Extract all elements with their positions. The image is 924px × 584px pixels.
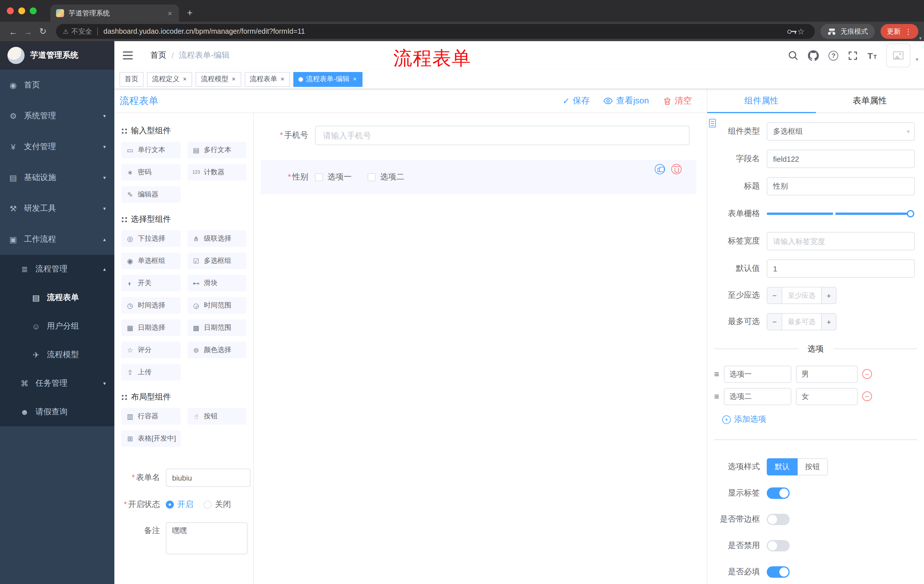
tag-close-icon[interactable]: × xyxy=(182,76,187,83)
tag-close-icon[interactable]: × xyxy=(280,76,285,83)
close-window-button[interactable] xyxy=(7,7,14,14)
palette-item-password[interactable]: ∗密码 xyxy=(121,164,180,181)
new-tab-button[interactable]: + xyxy=(187,7,193,19)
disabled-toggle[interactable] xyxy=(767,540,790,551)
palette-item-table[interactable]: ⊞表格[开发中] xyxy=(121,430,180,447)
github-icon[interactable] xyxy=(808,50,819,61)
minimize-window-button[interactable] xyxy=(18,7,25,14)
title-input[interactable] xyxy=(767,177,915,196)
style-default-button[interactable]: 默认 xyxy=(767,458,798,475)
option-2-value-input[interactable] xyxy=(796,388,858,405)
sidebar-item-task-manage[interactable]: ⌘ 任务管理 ▾ xyxy=(0,369,114,398)
palette-item-row-container[interactable]: ▥行容器 xyxy=(121,408,180,424)
palette-item-counter[interactable]: 123计数器 xyxy=(187,164,246,181)
label-width-input[interactable] xyxy=(767,232,915,250)
palette-item-button[interactable]: ☝按钮 xyxy=(187,408,246,424)
palette-item-date-range[interactable]: ▩日期范围 xyxy=(187,319,246,336)
palette-item-textarea[interactable]: ▤多行文本 xyxy=(187,142,246,158)
option-1-value-input[interactable] xyxy=(796,365,858,383)
avatar[interactable] xyxy=(886,43,911,67)
sidebar-item-process-form[interactable]: ▤ 流程表单 xyxy=(0,283,114,312)
user-caret-icon[interactable]: ▾ xyxy=(916,57,918,62)
palette-item-slider[interactable]: ⊷滑块 xyxy=(187,275,246,291)
browser-menu-icon[interactable]: ⋮ xyxy=(904,27,912,36)
option-1-name-input[interactable] xyxy=(724,365,791,383)
font-size-icon[interactable]: TT xyxy=(867,51,877,60)
remove-option-button[interactable]: − xyxy=(862,392,872,401)
palette-item-single-text[interactable]: ▭单行文本 xyxy=(121,142,180,158)
toolbar-chevron-icon[interactable]: ▾ xyxy=(919,35,922,41)
palette-item-editor[interactable]: ✎编辑器 xyxy=(121,186,180,203)
palette-item-rate[interactable]: ☆评分 xyxy=(121,342,180,358)
palette-item-time-picker[interactable]: ◷时间选择 xyxy=(121,297,180,314)
sidebar-item-devtools[interactable]: ⚒ 研发工具 ▾ xyxy=(0,193,114,224)
increment-button[interactable]: + xyxy=(821,314,836,330)
phone-field-row[interactable]: *手机号 xyxy=(261,126,707,145)
copy-component-button[interactable] xyxy=(655,164,665,174)
sidebar-item-leave-query[interactable]: ☻ 请假查询 xyxy=(0,398,114,426)
sidebar-item-workflow[interactable]: ▣ 工作流程 ▴ xyxy=(0,224,114,255)
fullscreen-icon[interactable] xyxy=(848,51,858,60)
status-on-radio[interactable]: 开启 xyxy=(166,499,193,510)
clear-button[interactable]: 清空 xyxy=(663,95,692,106)
update-button[interactable]: 更新 ⋮ xyxy=(881,24,918,39)
form-remark-textarea[interactable]: 嘿嘿 xyxy=(166,522,248,554)
sidebar-item-infra[interactable]: ▤ 基础设施 ▾ xyxy=(0,162,114,193)
tag-process-form[interactable]: 流程表单 × xyxy=(245,72,290,87)
address-bar[interactable]: ⚠ 不安全 dashboard.yudao.iocoder.cn/bpm/man… xyxy=(56,24,815,39)
palette-item-upload[interactable]: ⇧上传 xyxy=(121,364,180,380)
password-key-icon[interactable] xyxy=(788,30,792,33)
tag-process-form-edit[interactable]: 流程表单-编辑 × xyxy=(294,72,363,87)
option-drag-icon[interactable]: ≡ xyxy=(714,369,719,379)
sidebar-logo[interactable]: 芋道管理系统 xyxy=(0,41,114,70)
palette-item-date-picker[interactable]: ▦日期选择 xyxy=(121,319,180,336)
tag-close-icon[interactable]: × xyxy=(231,76,236,83)
tab-form-props[interactable]: 表单属性 xyxy=(816,89,924,113)
tab-component-props[interactable]: 组件属性 xyxy=(707,89,816,113)
palette-item-switch[interactable]: ◐开关 xyxy=(121,275,180,291)
form-name-input[interactable] xyxy=(166,469,251,487)
status-off-radio[interactable]: 关闭 xyxy=(203,499,231,510)
remove-option-button[interactable]: − xyxy=(862,369,872,379)
sidebar-item-user-group[interactable]: ☺ 用户分组 xyxy=(0,312,114,341)
sidebar-item-system[interactable]: ⚙ 系统管理 ▾ xyxy=(0,100,114,132)
breadcrumb-home[interactable]: 首页 xyxy=(150,50,167,61)
tag-process-model[interactable]: 流程模型 × xyxy=(196,72,241,87)
hamburger-icon[interactable] xyxy=(114,51,141,59)
grid-slider[interactable] xyxy=(767,212,910,215)
palette-item-select[interactable]: ◎下拉选择 xyxy=(121,230,180,247)
back-icon[interactable]: ← xyxy=(6,26,21,36)
maximize-window-button[interactable] xyxy=(30,7,36,14)
palette-item-radio-group[interactable]: ◉单选框组 xyxy=(121,253,180,269)
field-name-input[interactable] xyxy=(767,150,915,168)
search-icon[interactable] xyxy=(788,50,798,61)
palette-item-cascader[interactable]: ⋔级联选择 xyxy=(187,230,246,247)
phone-input[interactable] xyxy=(315,126,690,145)
show-label-toggle[interactable] xyxy=(767,487,790,499)
gender-option-1-checkbox[interactable]: 选项一 xyxy=(315,172,351,182)
url-text[interactable]: dashboard.yudao.iocoder.cn/bpm/manager/f… xyxy=(104,28,784,35)
security-label[interactable]: 不安全 xyxy=(71,26,92,36)
slider-handle[interactable] xyxy=(907,210,914,217)
sidebar-item-payment[interactable]: ¥ 支付管理 ▾ xyxy=(0,132,114,162)
increment-button[interactable]: + xyxy=(821,288,836,303)
default-value-input[interactable] xyxy=(767,260,915,278)
sidebar-item-process-manage[interactable]: ≣ 流程管理 ▴ xyxy=(0,255,114,283)
sidebar-item-home[interactable]: ◉ 首页 xyxy=(0,70,114,100)
browser-tab[interactable]: 芋道管理系统 × xyxy=(50,5,179,22)
help-icon[interactable]: ? xyxy=(828,51,838,60)
sidebar-item-process-model[interactable]: ✈ 流程模型 xyxy=(0,341,114,369)
delete-component-button[interactable] xyxy=(671,164,681,174)
tag-close-icon[interactable]: × xyxy=(353,76,357,83)
copy-document-icon[interactable] xyxy=(709,119,716,127)
save-button[interactable]: ✓ 保存 xyxy=(563,95,590,106)
add-option-button[interactable]: + 添加选项 xyxy=(707,408,924,426)
tab-close-icon[interactable]: × xyxy=(167,9,173,17)
bookmark-star-icon[interactable]: ☆ xyxy=(797,27,805,36)
palette-item-color-picker[interactable]: ⊚颜色选择 xyxy=(187,342,246,358)
component-type-select[interactable]: 多选框组 ▾ xyxy=(767,122,915,141)
required-toggle[interactable] xyxy=(767,566,790,578)
option-drag-icon[interactable]: ≡ xyxy=(714,392,719,401)
palette-item-checkbox-group[interactable]: ☑多选框组 xyxy=(187,253,246,269)
palette-item-time-range[interactable]: ◶时间范围 xyxy=(187,297,246,314)
